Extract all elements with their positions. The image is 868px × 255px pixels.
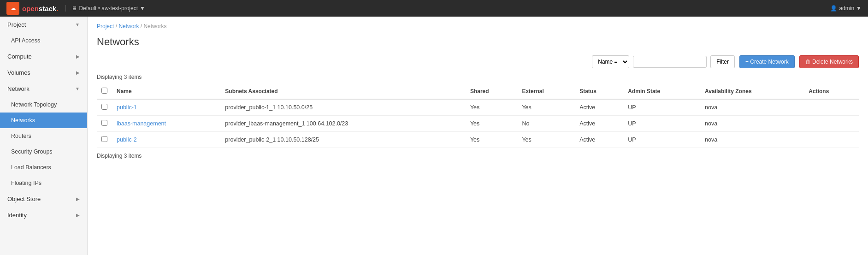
trash-icon: 🗑 [805, 59, 811, 65]
col-header-availability-zones: Availability Zones [700, 84, 804, 99]
sidebar-item-project[interactable]: Project ▼ [0, 17, 87, 33]
logo-icon: ☁ [6, 2, 19, 15]
row-admin-state-1: UP [623, 116, 700, 132]
sidebar: Project ▼ API Access Compute ▶ Volumes ▶… [0, 17, 88, 255]
display-count-bottom: Displaying 3 items [97, 153, 859, 159]
sidebar-identity-label: Identity [7, 212, 27, 219]
row-status-1: Active [575, 116, 623, 132]
col-header-name: Name [112, 84, 220, 99]
chevron-right-icon: ▶ [76, 213, 80, 218]
row-availability-zones-2: nova [700, 132, 804, 148]
topbar-user[interactable]: 👤 admin ▼ [830, 5, 862, 12]
row-external-2: Yes [517, 132, 575, 148]
sidebar-item-security-groups[interactable]: Security Groups [0, 144, 87, 160]
breadcrumb-network[interactable]: Network [118, 23, 139, 30]
main-content: Project / Network / Networks Networks Na… [88, 17, 868, 255]
delete-networks-label: Delete Networks [812, 59, 853, 65]
sidebar-item-compute[interactable]: Compute ▶ [0, 48, 87, 65]
sidebar-compute-label: Compute [7, 53, 32, 60]
row-external-0: Yes [517, 99, 575, 116]
openstack-logo: ☁ openstack. [6, 2, 58, 15]
table-header: Name Subnets Associated Shared External … [97, 84, 859, 99]
col-header-external: External [517, 84, 575, 99]
breadcrumb-current: Networks [143, 23, 166, 30]
network-link-1[interactable]: lbaas-management [117, 120, 166, 127]
sidebar-routers-label: Routers [11, 133, 31, 139]
sidebar-networks-label: Networks [11, 117, 35, 124]
display-count-top: Displaying 3 items [97, 74, 859, 80]
select-all-checkbox[interactable] [101, 88, 107, 94]
sidebar-item-routers[interactable]: Routers [0, 128, 87, 144]
project-label: Default • aw-test-project [79, 5, 138, 12]
chevron-right-icon: ▶ [76, 54, 80, 59]
row-checkbox-1[interactable] [101, 120, 107, 126]
row-status-0: Active [575, 99, 623, 116]
delete-networks-button[interactable]: 🗑 Delete Networks [799, 55, 859, 68]
row-availability-zones-0: nova [700, 99, 804, 116]
sidebar-item-object-store[interactable]: Object Store ▶ [0, 191, 87, 207]
topbar: ☁ openstack. 🖥 Default • aw-test-project… [0, 0, 868, 17]
sidebar-item-volumes[interactable]: Volumes ▶ [0, 65, 87, 81]
row-actions-2 [804, 132, 859, 148]
sidebar-item-api-access[interactable]: API Access [0, 33, 87, 48]
col-header-shared: Shared [466, 84, 517, 99]
filter-select[interactable]: Name = [592, 55, 629, 68]
row-admin-state-0: UP [623, 99, 700, 116]
create-network-button[interactable]: + Create Network [739, 55, 795, 68]
row-subnets-2: provider_public-2_1 10.10.50.128/25 [220, 132, 466, 148]
chevron-right-icon: ▶ [76, 70, 80, 75]
row-actions-0 [804, 99, 859, 116]
row-status-2: Active [575, 132, 623, 148]
table-row: public-2 provider_public-2_1 10.10.50.12… [97, 132, 859, 148]
sidebar-floating-ips-label: Floating IPs [11, 180, 41, 186]
row-shared-1: Yes [466, 116, 517, 132]
sidebar-project-label: Project [7, 21, 26, 28]
sidebar-item-floating-ips[interactable]: Floating IPs [0, 175, 87, 191]
col-header-subnets: Subnets Associated [220, 84, 466, 99]
sidebar-security-groups-label: Security Groups [11, 148, 53, 155]
dropdown-icon: ▼ [140, 5, 145, 12]
layout: Project ▼ API Access Compute ▶ Volumes ▶… [0, 17, 868, 255]
chevron-right-icon: ▶ [76, 196, 80, 202]
row-checkbox-2[interactable] [101, 136, 107, 142]
project-selector[interactable]: 🖥 Default • aw-test-project ▼ [65, 5, 145, 12]
networks-table: Name Subnets Associated Shared External … [97, 84, 859, 148]
topbar-left: ☁ openstack. 🖥 Default • aw-test-project… [6, 2, 145, 15]
col-header-status: Status [575, 84, 623, 99]
sidebar-object-store-label: Object Store [7, 196, 41, 202]
filter-button[interactable]: Filter [710, 55, 735, 68]
sidebar-network-label: Network [7, 85, 30, 92]
breadcrumb-project[interactable]: Project [97, 23, 114, 30]
sidebar-item-load-balancers[interactable]: Load Balancers [0, 160, 87, 175]
network-link-0[interactable]: public-1 [117, 104, 137, 111]
toolbar: Name = Filter + Create Network 🗑 Delete … [88, 55, 868, 74]
row-availability-zones-1: nova [700, 116, 804, 132]
sidebar-item-networks[interactable]: Networks [0, 113, 87, 128]
sidebar-item-identity[interactable]: Identity ▶ [0, 207, 87, 223]
row-shared-0: Yes [466, 99, 517, 116]
sidebar-item-network[interactable]: Network ▼ [0, 81, 87, 97]
breadcrumb: Project / Network / Networks [88, 17, 868, 32]
row-checkbox-0[interactable] [101, 104, 107, 110]
sidebar-network-topology-label: Network Topology [11, 101, 57, 108]
row-admin-state-2: UP [623, 132, 700, 148]
row-shared-2: Yes [466, 132, 517, 148]
col-header-admin-state: Admin State [623, 84, 700, 99]
chevron-down-icon: ▼ [75, 22, 80, 27]
server-icon: 🖥 [71, 5, 77, 12]
sidebar-load-balancers-label: Load Balancers [11, 164, 51, 171]
table-header-checkbox [97, 84, 112, 99]
row-name-2: public-2 [112, 132, 220, 148]
sidebar-item-network-topology[interactable]: Network Topology [0, 97, 87, 113]
filter-input[interactable] [633, 56, 707, 68]
col-header-actions: Actions [804, 84, 859, 99]
table-row: public-1 provider_public-1_1 10.10.50.0/… [97, 99, 859, 116]
table-body: public-1 provider_public-1_1 10.10.50.0/… [97, 99, 859, 148]
user-icon: 👤 [830, 5, 837, 12]
row-subnets-1: provider_lbaas-management_1 100.64.102.0… [220, 116, 466, 132]
network-link-2[interactable]: public-2 [117, 136, 137, 143]
table-row: lbaas-management provider_lbaas-manageme… [97, 116, 859, 132]
sidebar-volumes-label: Volumes [7, 69, 30, 76]
row-name-1: lbaas-management [112, 116, 220, 132]
chevron-down-icon: ▼ [75, 86, 80, 91]
